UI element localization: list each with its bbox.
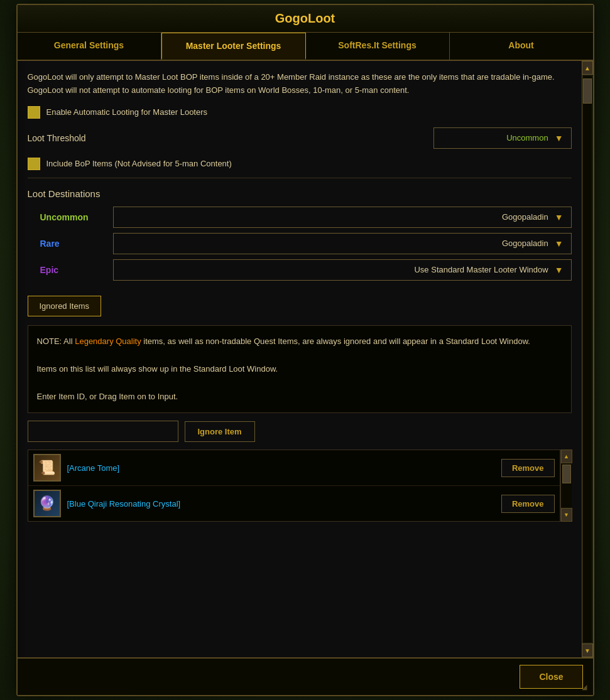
- dest-value-epic: Use Standard Master Looter Window: [414, 265, 548, 274]
- dest-label-uncommon: Uncommon: [40, 212, 103, 222]
- scroll-up-button[interactable]: ▲: [582, 61, 593, 75]
- enable-auto-looting-checkbox[interactable]: [28, 106, 40, 119]
- items-scroll-down-button[interactable]: ▼: [561, 508, 572, 522]
- loot-threshold-arrow-icon: ▼: [555, 133, 564, 143]
- dest-arrow-uncommon-icon: ▼: [555, 212, 564, 222]
- main-content: GogoLoot will only attempt to Master Loo…: [18, 61, 582, 657]
- list-item: 🔮 [Blue Qiraji Resonating Crystal] Remov…: [28, 486, 560, 521]
- dest-label-rare: Rare: [40, 239, 103, 249]
- info-text: GogoLoot will only attempt to Master Loo…: [28, 71, 572, 97]
- include-bop-label: Include BoP Items (Not Advised for 5-man…: [46, 159, 232, 168]
- dest-row-epic: Epic Use Standard Master Looter Window ▼: [40, 259, 572, 281]
- scroll-track: [583, 76, 592, 642]
- item-icon-arcane-tome: 📜: [33, 454, 61, 482]
- close-button[interactable]: Close: [520, 665, 582, 689]
- item-id-input[interactable]: [28, 421, 178, 442]
- note-text-4: Enter Item ID, or Drag Item on to Input.: [37, 390, 562, 404]
- title-bar: GogoLoot: [18, 5, 593, 33]
- dest-row-uncommon: Uncommon Gogopaladin ▼: [40, 207, 572, 228]
- items-list-container: 📜 [Arcane Tome] Remove 🔮 [Blue Qiraji Re…: [28, 450, 572, 522]
- main-window: GogoLoot General Settings Master Looter …: [16, 4, 594, 696]
- items-scroll-track: [561, 463, 572, 508]
- items-content: 📜 [Arcane Tome] Remove 🔮 [Blue Qiraji Re…: [28, 450, 560, 522]
- item-name-blue-qiraji: [Blue Qiraji Resonating Crystal]: [67, 499, 495, 509]
- remove-arcane-tome-button[interactable]: Remove: [501, 459, 555, 477]
- tab-bar: General Settings Master Looter Settings …: [18, 33, 593, 61]
- divider-1: [28, 178, 572, 178]
- tab-softres-settings[interactable]: SoftRes.It Settings: [306, 33, 450, 60]
- content-area: GogoLoot will only attempt to Master Loo…: [18, 61, 593, 657]
- dest-arrow-epic-icon: ▼: [555, 265, 564, 275]
- dest-label-epic: Epic: [40, 265, 103, 275]
- dest-dropdown-rare[interactable]: Gogopaladin ▼: [113, 233, 572, 254]
- resize-handle-icon[interactable]: ◢: [582, 684, 591, 692]
- item-input-row: Ignore Item: [28, 421, 572, 442]
- note-text-1: NOTE: All Legendary Quality items, as we…: [37, 335, 562, 348]
- item-name-arcane-tome: [Arcane Tome]: [67, 463, 495, 473]
- list-item: 📜 [Arcane Tome] Remove: [28, 450, 560, 486]
- main-scrollbar: ▲ ▼: [582, 61, 593, 657]
- items-scroll-thumb[interactable]: [562, 465, 571, 483]
- scroll-thumb[interactable]: [583, 78, 592, 104]
- legendary-text: Legendary Quality: [75, 337, 141, 346]
- tab-about[interactable]: About: [450, 33, 593, 60]
- include-bop-checkbox[interactable]: [28, 158, 40, 170]
- items-scrollbar: ▲ ▼: [560, 450, 572, 522]
- enable-auto-looting-label: Enable Automatic Looting for Master Loot…: [46, 107, 208, 117]
- dest-dropdown-epic[interactable]: Use Standard Master Looter Window ▼: [113, 259, 572, 281]
- dest-dropdown-uncommon[interactable]: Gogopaladin ▼: [113, 207, 572, 228]
- tab-general-settings[interactable]: General Settings: [18, 33, 161, 60]
- item-icon-blue-qiraji: 🔮: [33, 490, 61, 517]
- footer: Close: [18, 657, 593, 695]
- note-box: NOTE: All Legendary Quality items, as we…: [28, 325, 572, 413]
- items-scroll-up-button[interactable]: ▲: [561, 450, 572, 463]
- remove-blue-qiraji-button[interactable]: Remove: [501, 495, 555, 513]
- window-title: GogoLoot: [275, 11, 335, 25]
- dest-value-rare: Gogopaladin: [502, 239, 548, 248]
- ignore-item-button[interactable]: Ignore Item: [185, 421, 255, 442]
- enable-auto-looting-row: Enable Automatic Looting for Master Loot…: [28, 106, 572, 119]
- tab-master-looter-settings[interactable]: Master Looter Settings: [161, 33, 306, 60]
- loot-destinations-title: Loot Destinations: [28, 188, 572, 199]
- items-list: 📜 [Arcane Tome] Remove 🔮 [Blue Qiraji Re…: [28, 450, 560, 522]
- loot-threshold-label: Loot Threshold: [28, 133, 86, 143]
- dest-value-uncommon: Gogopaladin: [502, 212, 548, 222]
- loot-threshold-dropdown[interactable]: Uncommon ▼: [433, 127, 572, 149]
- destinations-grid: Uncommon Gogopaladin ▼ Rare Gogopaladin …: [28, 207, 572, 281]
- dest-row-rare: Rare Gogopaladin ▼: [40, 233, 572, 254]
- dest-arrow-rare-icon: ▼: [555, 239, 564, 249]
- note-text-3: Items on this list will always show up i…: [37, 362, 562, 376]
- include-bop-row: Include BoP Items (Not Advised for 5-man…: [28, 158, 572, 170]
- scroll-down-button[interactable]: ▼: [582, 643, 593, 657]
- loot-threshold-value: Uncommon: [506, 133, 548, 143]
- ignored-items-button[interactable]: Ignored Items: [28, 296, 102, 316]
- loot-threshold-row: Loot Threshold Uncommon ▼: [28, 127, 572, 149]
